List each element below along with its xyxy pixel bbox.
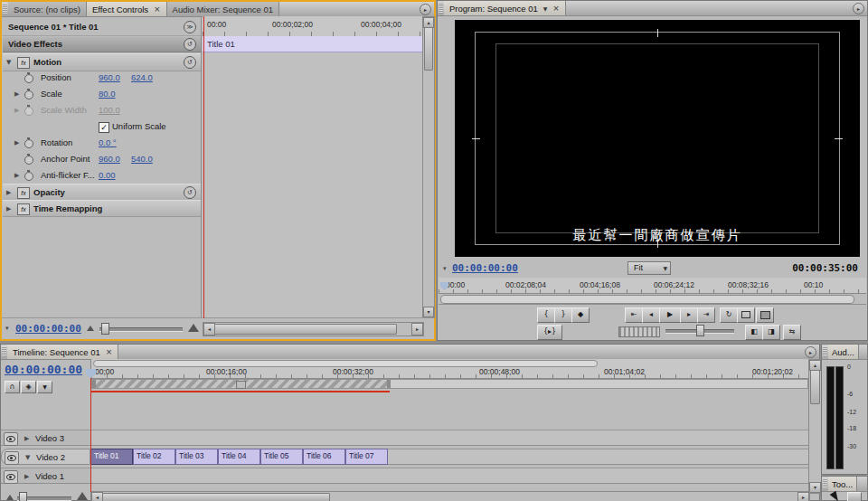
position-y-value[interactable]: 624.0	[131, 72, 153, 82]
timeline-vertical-scrollbar[interactable]: ▴ ▾	[808, 359, 822, 494]
play-in-to-out-button[interactable]: {▸}	[537, 325, 562, 340]
toggle-track-output-button[interactable]	[4, 432, 18, 446]
stopwatch-icon[interactable]	[24, 156, 33, 165]
tab-source[interactable]: Source: (no clips)	[8, 2, 87, 16]
safe-margins-button[interactable]	[737, 307, 755, 323]
stopwatch-icon[interactable]	[24, 90, 33, 99]
zoom-slider[interactable]	[99, 327, 183, 332]
shuttle-thumb[interactable]	[696, 325, 704, 336]
horizontal-scrollbar[interactable]: ◂ ▸	[203, 322, 424, 336]
timeline-clip[interactable]: Title 02	[133, 449, 175, 465]
toggle-track-output-button[interactable]	[5, 451, 19, 465]
timeline-current-timecode[interactable]: 00:00:00:00	[5, 363, 82, 376]
zoom-in-icon[interactable]	[188, 324, 199, 332]
zoom-in-icon[interactable]	[77, 492, 88, 500]
zoom-level-select[interactable]: Fit ▼	[627, 261, 671, 275]
timeline-clip[interactable]: Title 04	[218, 449, 260, 465]
timeline-clip[interactable]: Title 07	[345, 449, 388, 465]
set-out-button[interactable]: }	[554, 307, 572, 323]
panel-grip[interactable]	[823, 478, 827, 489]
work-area-track[interactable]	[91, 379, 808, 389]
timeline-clip[interactable]: Title 03	[175, 449, 218, 465]
panel-menu-button[interactable]: ▸	[853, 3, 864, 14]
sequence-dropdown-icon[interactable]: ▼	[542, 5, 548, 12]
disclosure-closed-icon[interactable]: ▶	[14, 172, 19, 179]
timecode-menu-icon[interactable]: ▾	[5, 325, 9, 332]
stopwatch-icon[interactable]	[24, 139, 33, 148]
anti-flicker-value[interactable]: 0.00	[99, 170, 116, 180]
timeline-clip[interactable]: Title 06	[303, 449, 345, 465]
timeline-cti-line[interactable]	[90, 378, 91, 492]
set-unnumbered-marker-button[interactable]: ▼	[37, 381, 52, 393]
clip-header-bar[interactable]: Title 01	[203, 36, 422, 52]
scroll-down-button[interactable]: ▾	[809, 482, 821, 493]
track-select-tool-button[interactable]	[847, 492, 862, 501]
tab-tools[interactable]: Too...	[828, 477, 857, 491]
tab-effect-controls[interactable]: Effect Controls ×	[87, 2, 167, 16]
panel-menu-button[interactable]: ▸	[420, 4, 431, 15]
position-x-value[interactable]: 960.0	[99, 72, 120, 82]
toggle-track-output-button[interactable]	[4, 470, 18, 484]
trim-button[interactable]: ⇆	[783, 325, 801, 340]
timeline-clip[interactable]: Title 05	[260, 449, 303, 465]
step-forward-button[interactable]: ▸	[680, 307, 698, 323]
work-area-bar[interactable]	[92, 380, 391, 388]
timeline-clip[interactable]: Title 01	[90, 449, 133, 465]
video-frame[interactable]: 最近幫一間廠商做宣傳片	[455, 20, 860, 257]
vertical-scrollbar[interactable]: ▴ ▾	[422, 16, 435, 318]
disclosure-closed-icon[interactable]: ▶	[6, 189, 11, 196]
loop-button[interactable]: ↻	[720, 307, 738, 323]
scroll-down-button[interactable]: ▾	[423, 307, 434, 317]
uniform-scale-checkbox[interactable]: ✓	[99, 122, 109, 133]
set-encore-marker-button[interactable]: ◈	[21, 381, 36, 393]
effect-opacity-row[interactable]: ▶ fx Opacity ↺	[3, 184, 201, 201]
reset-opacity-button[interactable]: ↺	[184, 186, 196, 199]
program-current-timecode[interactable]: 00:00:00:00	[452, 262, 518, 274]
rotation-value[interactable]: 0.0 °	[99, 137, 117, 147]
tab-audio-meters[interactable]: Aud...	[828, 345, 859, 359]
effect-time-remapping-row[interactable]: ▶ fx Time Remapping	[3, 200, 201, 217]
disclosure-closed-icon[interactable]: ▶	[14, 139, 19, 147]
tab-program[interactable]: Program: Sequence 01 ▼ ×	[444, 1, 566, 15]
panel-grip[interactable]	[439, 3, 443, 14]
panel-grip[interactable]	[2, 346, 6, 357]
current-timecode[interactable]: 00:00:00:00	[15, 323, 81, 335]
scrollbar-thumb[interactable]	[424, 27, 433, 71]
anchor-x-value[interactable]: 960.0	[99, 154, 120, 164]
track-disclosure-icon[interactable]: ▶	[24, 473, 29, 480]
program-ruler[interactable]: 00:00 00:02;08;04 00:04;16;08 00:06;24;1…	[439, 278, 866, 294]
program-zoom-bar[interactable]	[440, 295, 854, 304]
scale-value[interactable]: 80.0	[99, 89, 116, 99]
panel-menu-button[interactable]: ▸	[805, 346, 816, 358]
effect-motion-row[interactable]: ▼ fx Motion ↺	[3, 53, 201, 71]
jog-control[interactable]	[618, 326, 660, 337]
anchor-y-value[interactable]: 540.0	[131, 154, 153, 164]
tab-timeline[interactable]: Timeline: Sequence 01 ×	[7, 345, 118, 359]
stopwatch-icon[interactable]	[24, 74, 33, 83]
scrollbar-thumb[interactable]	[810, 370, 820, 404]
set-in-button[interactable]: {	[537, 307, 555, 323]
close-icon[interactable]: ×	[152, 5, 161, 14]
work-area-center-handle[interactable]	[236, 381, 246, 389]
disclosure-closed-icon[interactable]: ▶	[6, 205, 11, 213]
output-button[interactable]	[756, 307, 774, 323]
timeline-ruler[interactable]: 00;00 00:00;16;00 00:00;32;00 00:00;48;0…	[91, 359, 808, 379]
stopwatch-icon[interactable]	[24, 172, 33, 181]
play-button[interactable]: ▶	[659, 307, 681, 323]
reset-motion-button[interactable]: ↺	[184, 56, 196, 69]
scrollbar-thumb[interactable]	[214, 324, 397, 335]
scroll-right-button[interactable]: ▸	[411, 323, 423, 336]
track-disclosure-icon[interactable]: ▼	[25, 454, 30, 461]
effects-toggle-icon[interactable]: ↺	[184, 38, 196, 51]
current-time-indicator[interactable]	[203, 16, 204, 318]
panel-grip[interactable]	[3, 4, 7, 14]
effect-timeline-ruler[interactable]: 00:00 00:00;02;00 00:00;04;00	[203, 16, 422, 37]
show-timeline-view-button[interactable]: ≫	[184, 21, 196, 33]
extract-button[interactable]: ◨	[762, 325, 780, 340]
lift-button[interactable]: ◧	[745, 325, 763, 340]
scroll-right-button[interactable]: ▸	[797, 492, 809, 501]
zoom-slider-thumb[interactable]	[101, 323, 109, 335]
go-to-in-button[interactable]: ⇤	[625, 307, 643, 323]
snap-button[interactable]: ∩	[5, 381, 20, 393]
zoom-out-icon[interactable]	[87, 326, 94, 331]
